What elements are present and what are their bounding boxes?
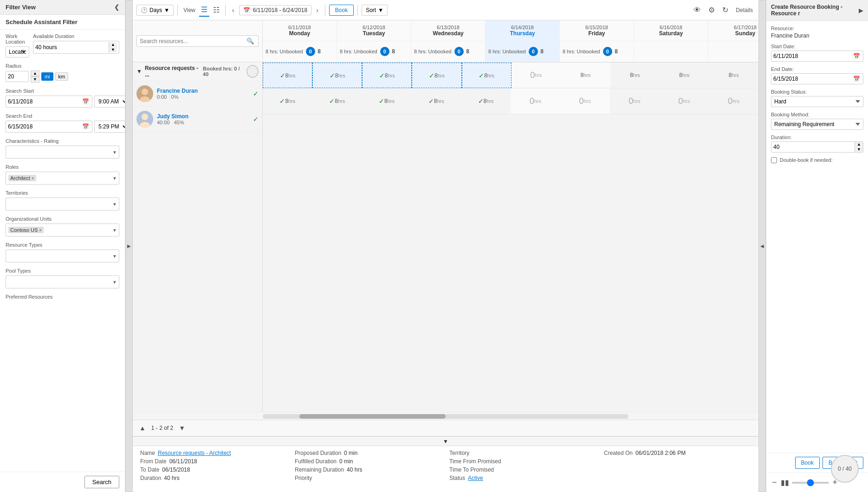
search-end-cal-icon[interactable]: 📅 xyxy=(79,121,92,132)
judy-cell-tue[interactable]: ✓ 8 hrs xyxy=(312,89,362,114)
territories-input[interactable]: ▼ xyxy=(6,198,119,211)
double-book-checkbox[interactable] xyxy=(771,157,777,163)
cal-col-tue612: 6/12/2018 Tuesday 8 hrs: Unbooked 0 8 xyxy=(337,20,411,62)
radius-input[interactable] xyxy=(6,71,29,82)
end-date-cal-icon[interactable]: 📅 xyxy=(850,74,863,84)
next-date-btn[interactable]: › xyxy=(313,5,321,16)
settings-icon-btn[interactable]: ⚙ xyxy=(706,4,717,16)
radius-km-btn[interactable]: km xyxy=(55,72,69,81)
date-range-display[interactable]: 📅 6/11/2018 - 6/24/2018 xyxy=(239,5,311,15)
pause-icon-btn[interactable]: ▮▮ xyxy=(781,478,789,487)
francine-cell-sun: 8 hrs xyxy=(561,63,610,88)
search-start-cal-icon[interactable]: 📅 xyxy=(79,96,92,107)
available-duration-input[interactable] xyxy=(33,42,107,52)
right-panel-expand-btn[interactable]: ▶ xyxy=(859,7,863,14)
francine-cell-fri[interactable]: ✓ 8 hrs xyxy=(462,63,512,88)
calendar-icon: 📅 xyxy=(243,7,250,13)
judy-name[interactable]: Judy Simon xyxy=(157,113,249,120)
radius-up-btn[interactable]: ▲ xyxy=(31,70,39,77)
francine-cell-wed[interactable]: ✓ 8 hrs xyxy=(362,63,412,88)
duration-number-input[interactable]: ▲ ▼ xyxy=(771,141,863,153)
end-date-input-container[interactable]: 📅 xyxy=(771,73,863,84)
judy-cell-fri[interactable]: ✓ 8 hrs xyxy=(461,89,511,114)
booked-hrs-text: Booked hrs: 0 / 40 xyxy=(203,66,244,77)
expand-group-icon[interactable]: ▼ xyxy=(136,68,142,75)
days-dropdown-btn[interactable]: 🕐 Days ▼ xyxy=(136,5,174,16)
duration-up-arrow[interactable]: ▲ xyxy=(855,142,863,147)
book-btn[interactable]: Book xyxy=(329,5,354,16)
right-panel-collapse-handle[interactable]: ◀ xyxy=(758,0,766,492)
judy-cell-mon[interactable]: ✓ 8 hrs xyxy=(263,89,312,114)
list-view-btn[interactable]: ☰ xyxy=(199,3,209,17)
check-icon-f4: ✓ xyxy=(429,72,434,79)
radius-mi-btn[interactable]: mi xyxy=(41,72,53,81)
horizontal-scrollbar[interactable] xyxy=(133,412,758,420)
resource-types-dropdown-icon[interactable]: ▼ xyxy=(112,254,117,259)
left-panel-collapse-handle[interactable]: ▶ xyxy=(125,0,133,492)
booking-status-select[interactable]: Hard Soft xyxy=(771,96,863,107)
judy-cell-wed[interactable]: ✓ 8 hrs xyxy=(362,89,412,114)
territories-dropdown-icon[interactable]: ▼ xyxy=(112,202,117,207)
zoom-out-btn[interactable]: − xyxy=(771,477,778,488)
prev-date-btn[interactable]: ‹ xyxy=(229,5,237,16)
status-value[interactable]: Active xyxy=(468,475,483,481)
judy-cell-thu[interactable]: ✓ 8 hrs xyxy=(411,89,461,114)
search-resources-btn[interactable]: 🔍 xyxy=(243,36,258,46)
resource-types-label: Resource Types xyxy=(6,242,119,248)
view-label: View xyxy=(181,7,197,13)
search-end-date-input[interactable] xyxy=(6,121,79,132)
start-date-input[interactable] xyxy=(771,51,850,61)
pag-up-btn[interactable]: ▲ xyxy=(136,423,149,433)
pag-down-btn[interactable]: ▼ xyxy=(176,423,188,433)
search-start-time-select[interactable]: 9:00 AM xyxy=(94,96,125,108)
info-territory: Territory xyxy=(449,450,596,456)
roles-input[interactable]: Architect × ▼ xyxy=(6,172,119,185)
zoom-slider[interactable] xyxy=(792,482,829,484)
end-date-input[interactable] xyxy=(771,74,850,84)
characteristics-dropdown-icon[interactable]: ▼ xyxy=(112,150,117,155)
contoso-tag-remove[interactable]: × xyxy=(39,228,42,233)
search-resources-container[interactable]: 🔍 xyxy=(136,35,259,47)
grid-view-btn[interactable]: ☷ xyxy=(211,4,221,16)
name-value[interactable]: Resource requests - Architect xyxy=(158,450,231,456)
radius-down-btn[interactable]: ▼ xyxy=(31,77,39,83)
francine-cell-mon[interactable]: ✓ 8 hrs xyxy=(263,63,312,88)
sort-btn[interactable]: Sort ▼ xyxy=(362,5,388,16)
francine-cell-thu[interactable]: ✓ 8 hrs xyxy=(412,63,461,88)
bottom-toggle[interactable]: ▼ xyxy=(133,436,758,446)
book-action-btn[interactable]: Book xyxy=(795,457,820,469)
francine-cell-tue[interactable]: ✓ 8 hrs xyxy=(312,63,362,88)
toolbar-sep-1 xyxy=(177,5,178,16)
org-units-input[interactable]: Contoso US × ▼ xyxy=(6,224,119,236)
architect-tag-remove[interactable]: × xyxy=(32,176,34,181)
remaining-duration-label: Remaining Duration xyxy=(295,466,344,473)
duration-up-btn[interactable]: ▲ xyxy=(109,42,117,47)
resource-types-input[interactable]: ▼ xyxy=(6,249,119,262)
roles-dropdown-icon[interactable]: ▼ xyxy=(112,176,117,181)
search-start-date-input[interactable] xyxy=(6,96,79,107)
characteristics-input[interactable]: ▼ xyxy=(6,146,119,159)
start-date-cal-icon[interactable]: 📅 xyxy=(850,51,863,61)
francine-name[interactable]: Francine Duran xyxy=(157,88,249,94)
search-end-time-select[interactable]: 5:29 PM xyxy=(94,121,125,133)
collapse-left-btn[interactable]: ❮ xyxy=(114,4,119,11)
search-button[interactable]: Search xyxy=(84,476,119,488)
org-units-dropdown-icon[interactable]: ▼ xyxy=(112,228,117,233)
pool-types-dropdown-icon[interactable]: ▼ xyxy=(112,280,117,285)
info-created-on: Created On 06/01/2018 2:06 PM xyxy=(604,450,751,456)
duration-value-input[interactable] xyxy=(771,142,855,152)
eye-icon-btn[interactable]: 👁 xyxy=(692,4,703,16)
pool-types-input[interactable]: ▼ xyxy=(6,275,119,288)
work-location-select[interactable]: Location Agnostic xyxy=(6,46,29,58)
architect-tag-label: Architect xyxy=(10,175,30,181)
search-resources-input[interactable] xyxy=(137,36,243,46)
start-date-input-container[interactable]: 📅 xyxy=(771,51,863,62)
details-icon-btn[interactable]: Details xyxy=(734,5,755,15)
created-on-label: Created On xyxy=(604,450,633,456)
resource-rows: ▼ Resource requests - ... Booked hrs: 0 … xyxy=(133,62,262,412)
duration-down-btn[interactable]: ▼ xyxy=(109,47,117,52)
booking-method-select[interactable]: Remaining Requirement Full Requirement xyxy=(771,119,863,130)
duration-down-arrow[interactable]: ▼ xyxy=(855,147,863,152)
progress-circle-wrapper: 0 / 40 xyxy=(831,455,859,483)
refresh-icon-btn[interactable]: ↻ xyxy=(720,4,730,16)
